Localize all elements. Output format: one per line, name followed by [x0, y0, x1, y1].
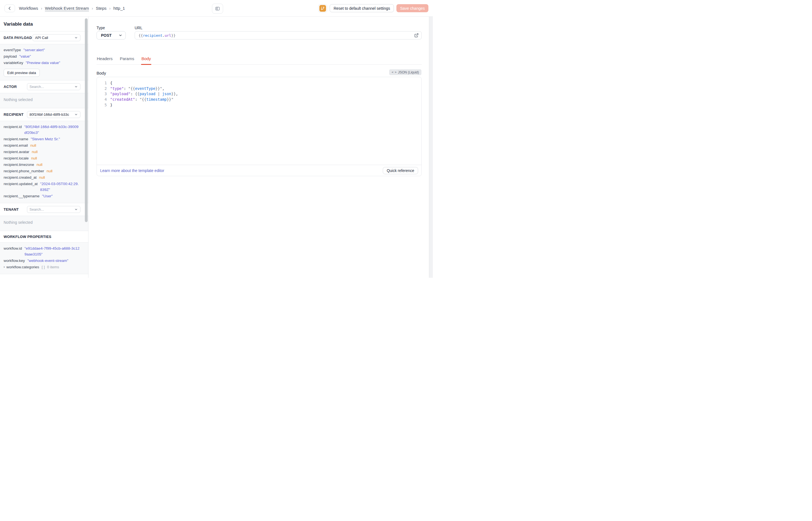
code-line: 2"type": "{{eventType}}",: [97, 86, 422, 92]
url-input[interactable]: {{recipient.url}}: [135, 31, 422, 40]
field-value: null: [47, 168, 53, 174]
breadcrumb-item-workflow-name[interactable]: Webhook Event Stream: [45, 6, 89, 10]
url-value: {{recipient.url}}: [139, 33, 414, 38]
field-key: eventType: [4, 47, 21, 53]
actor-select[interactable]: Search...: [27, 83, 80, 90]
token: {{: [139, 33, 143, 38]
line-number: 2: [97, 86, 107, 92]
field-key: recipient.email: [4, 142, 28, 148]
open-url-button[interactable]: [414, 33, 419, 38]
http-method-select[interactable]: POST: [97, 31, 126, 40]
environment-variables-heading: ENVIRONMENT VARIABLES i: [0, 274, 88, 278]
field-value: null: [32, 149, 38, 155]
breadcrumb: Workflows › Webhook Event Stream › Steps…: [19, 6, 125, 10]
field-row: payload"value": [4, 53, 80, 59]
recipient-select[interactable]: 80f1f4bf-166d-48f9-b33c: [27, 111, 80, 118]
line-number: 3: [97, 91, 107, 97]
field-value: "Preview data value": [26, 60, 61, 66]
save-changes-button[interactable]: Save changes: [397, 4, 428, 12]
panel-left-icon: [215, 6, 220, 11]
git-branch-icon: [319, 5, 326, 12]
field-value: [ ]0 items: [42, 264, 59, 270]
type-label: Type: [97, 26, 105, 30]
sidebar-scrollbar[interactable]: [85, 18, 88, 222]
edit-preview-data-button[interactable]: Edit preview data: [4, 69, 40, 77]
code-line: 4"createdAt": "{{timestamp}}": [97, 97, 422, 103]
body-section-label: Body: [97, 71, 106, 75]
field-key: recipient.updated_at: [4, 181, 38, 187]
field-value: "Steven Metz Sr.": [31, 136, 60, 142]
field-key: payload: [4, 53, 17, 59]
sidebar-toggle-button[interactable]: [212, 4, 223, 14]
field-row[interactable]: ›workflow.categories[ ]0 items: [4, 264, 80, 270]
breadcrumb-separator: ›: [106, 6, 114, 10]
token: }}: [171, 33, 175, 38]
chevron-left-icon: [7, 6, 12, 10]
breadcrumb-item-steps[interactable]: Steps: [96, 6, 106, 10]
field-key: recipient.avatar: [4, 149, 29, 155]
field-row: recipient.__typename"User": [4, 193, 80, 199]
field-key: recipient.id: [4, 124, 22, 130]
breadcrumb-separator: ›: [38, 6, 45, 10]
field-row: recipient.emailnull: [4, 142, 80, 148]
top-bar: Workflows › Webhook Event Stream › Steps…: [0, 0, 433, 17]
token: .: [163, 33, 165, 38]
field-row: recipient.timezonenull: [4, 162, 80, 167]
chevron-down-icon: [74, 113, 78, 116]
chevron-right-icon: ›: [4, 264, 5, 270]
actor-empty-state: Nothing selected: [0, 93, 88, 108]
preview-data-section: eventType"server:alert"payload"value"var…: [0, 44, 88, 80]
field-key: recipient.phone_number: [4, 168, 44, 174]
template-editor-docs-link[interactable]: Learn more about the template editor: [100, 168, 164, 173]
recipient-row: RECIPIENT 80f1f4bf-166d-48f9-b33c: [0, 108, 88, 121]
commit-changes-button[interactable]: [318, 4, 327, 13]
field-value: "2024-03-05T00:42:29.839Z": [40, 181, 80, 192]
request-editor-panel: Type POST URL {{recipient.url}} Headers …: [89, 17, 433, 278]
main-scrollbar-gutter[interactable]: [429, 17, 433, 278]
external-link-icon: [414, 33, 419, 38]
chevron-down-icon: [74, 85, 78, 89]
data-payload-label: DATA PAYLOAD: [4, 36, 32, 40]
line-number: 4: [97, 97, 107, 103]
field-row: recipient.id"80f1f4bf-166d-48f9-b33c-390…: [4, 124, 80, 136]
field-key: workflow.id: [4, 246, 22, 251]
breadcrumb-separator: ›: [89, 6, 96, 10]
field-row: eventType"server:alert": [4, 47, 80, 53]
tab-headers[interactable]: Headers: [97, 54, 113, 64]
app-window: Workflows › Webhook Event Stream › Steps…: [0, 0, 433, 278]
field-value: null: [30, 142, 36, 148]
token: url: [165, 33, 171, 38]
field-row: recipient.avatarnull: [4, 149, 80, 155]
back-button[interactable]: [4, 4, 15, 12]
field-key: recipient.__typename: [4, 193, 40, 199]
field-key: recipient.name: [4, 136, 28, 142]
tenant-empty-state: Nothing selected: [0, 216, 88, 231]
tab-params[interactable]: Params: [120, 54, 135, 64]
actor-row: ACTOR Search...: [0, 80, 88, 93]
breadcrumb-item-workflows[interactable]: Workflows: [19, 6, 38, 10]
reset-channel-settings-button[interactable]: Reset to default channel settings: [330, 4, 394, 12]
recipient-label: RECIPIENT: [4, 112, 24, 117]
code-editor[interactable]: 1{2"type": "{{eventType}}",3"payload": {…: [97, 77, 422, 165]
tab-body[interactable]: Body: [141, 54, 151, 64]
variable-data-sidebar: Variable data DATA PAYLOAD API Call even…: [0, 17, 89, 278]
field-value: "value": [19, 53, 31, 59]
field-key: recipient.created_at: [4, 175, 37, 180]
preview-data-fields: eventType"server:alert"payload"value"var…: [4, 47, 80, 66]
code-icon: < >: [392, 70, 397, 74]
sidebar-title: Variable data: [0, 17, 88, 31]
tenant-select[interactable]: Search...: [27, 206, 80, 213]
field-row: workflow.id"e91ddae4-7f99-45cb-a688-3c12…: [4, 246, 80, 257]
field-value: "server:alert": [23, 47, 45, 53]
breadcrumb-item-current-step: http_1: [113, 6, 125, 10]
language-badge: < > JSON (Liquid): [389, 69, 422, 75]
field-row: recipient.localenull: [4, 155, 80, 161]
recipient-fields-section: recipient.id"80f1f4bf-166d-48f9-b33c-390…: [0, 121, 88, 203]
url-label: URL: [135, 26, 142, 30]
field-value: "e91ddae4-7f99-45cb-a688-3c129aae3105": [24, 246, 80, 257]
data-payload-select[interactable]: API Call: [32, 34, 80, 41]
quick-reference-button[interactable]: Quick reference: [383, 167, 418, 174]
line-number: 1: [97, 81, 107, 86]
field-key: workflow.categories: [6, 264, 39, 270]
topbar-actions: Reset to default channel settings Save c…: [318, 4, 428, 13]
